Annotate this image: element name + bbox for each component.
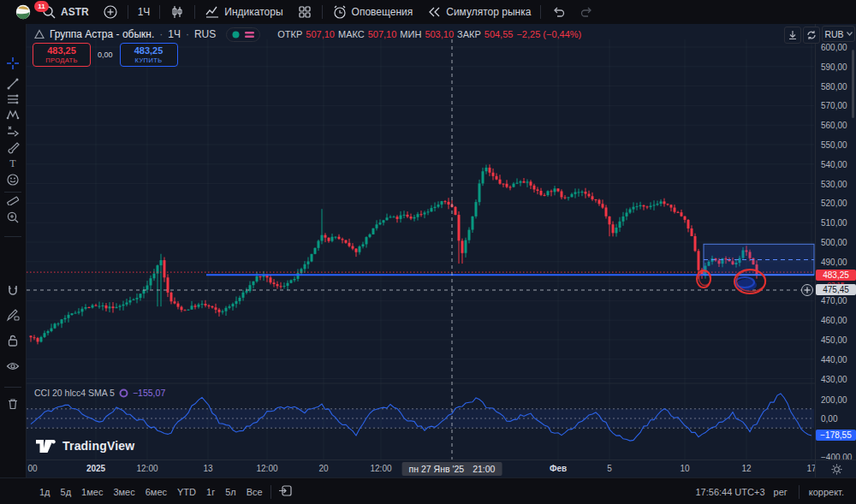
range-5л[interactable]: 5л — [220, 484, 241, 500]
price-scale-scrollbar[interactable] — [852, 50, 854, 118]
axis-settings-corner[interactable] — [815, 460, 856, 478]
price-tick: 540,00 — [821, 160, 847, 169]
buy-price: 483,25 — [134, 46, 163, 56]
adjustment-toggle[interactable]: коррект. — [809, 487, 844, 497]
interval-button[interactable]: 1Ч — [131, 2, 158, 22]
time-tick: 12:00 — [136, 464, 158, 473]
undo-button[interactable] — [544, 2, 573, 22]
range-1д[interactable]: 1д — [34, 484, 56, 500]
toolbar-separator — [194, 5, 195, 19]
redo-button[interactable] — [573, 2, 602, 22]
time-tick: Фев — [550, 464, 567, 473]
tool-magnet[interactable] — [3, 281, 23, 301]
close-label: ЗАКР — [457, 29, 481, 39]
interval-label: 1Ч — [138, 6, 151, 18]
session-toggle[interactable]: рег — [774, 487, 788, 497]
tool-draw-lock[interactable] — [3, 305, 23, 325]
toolbar-separator — [128, 5, 128, 19]
range-5д[interactable]: 5д — [56, 484, 77, 500]
xabcd-pattern-icon — [6, 108, 20, 122]
draw-lock-icon — [6, 308, 20, 322]
price-tick: 550,00 — [821, 140, 847, 150]
symbol-header: Группа Астра - обыкн. · 1Ч · RUS ОТКР507… — [34, 27, 581, 41]
ohlc-readout: ОТКР507,10 МАКС507,10 МИН503,10 ЗАКР504,… — [277, 29, 581, 39]
time-tick: 2025 — [86, 464, 105, 473]
high-value: 507,10 — [368, 29, 397, 39]
alerts-button[interactable]: Оповещения — [325, 2, 420, 22]
svg-text:T: T — [9, 157, 16, 169]
time-tick: 10 — [680, 464, 689, 473]
price-axis[interactable]: 600,00590,00580,00570,00560,00550,00540,… — [815, 24, 856, 460]
range-YTD[interactable]: YTD — [172, 484, 201, 500]
alarm-clock-icon — [332, 4, 348, 20]
tool-hide-drawings[interactable] — [3, 356, 23, 377]
range-6мес[interactable]: 6мес — [140, 484, 172, 500]
crosshair-time-label: пн 27 Янв '2521:00 — [402, 462, 502, 476]
change-value: −2,25 (−0,44%) — [516, 29, 581, 39]
magnet-icon — [6, 284, 20, 298]
open-label: ОТКР — [277, 29, 302, 39]
main-menu-logo[interactable] — [0, 2, 34, 22]
alerts-label: Оповещения — [352, 6, 413, 18]
time-tick: 00 — [27, 464, 37, 473]
market-status-pill[interactable] — [226, 27, 260, 42]
tool-trash[interactable] — [3, 394, 23, 414]
price-tick: 560,00 — [821, 121, 847, 130]
crosshair-date: пн 27 Янв '25 — [409, 464, 465, 474]
toolbar-separator — [4, 236, 21, 237]
range-3мес[interactable]: 3мес — [108, 484, 140, 500]
high-label: МАКС — [338, 29, 365, 39]
low-label: МИН — [400, 29, 421, 39]
symbol-interval[interactable]: 1Ч — [168, 28, 181, 40]
replay-label: Симулятор рынка — [446, 6, 531, 18]
indicator-legend[interactable]: CCI 20 hlcc4 SMA 5 −155,07 — [34, 388, 165, 398]
go-to-date-button[interactable] — [274, 483, 297, 501]
price-tick: 500,00 — [821, 238, 847, 247]
date-range-row: 1д5д1мес3мес6месYTD1г5лВсе — [34, 484, 268, 500]
indicator-templates-button[interactable] — [290, 2, 319, 22]
range-1мес[interactable]: 1мес — [76, 484, 108, 500]
bottom-toolbar: 1д5д1мес3мес6месYTD1г5лВсе 17:56:44 UTC+… — [0, 477, 856, 504]
toolbar-separator — [322, 5, 323, 19]
compare-add-button[interactable] — [96, 2, 125, 22]
range-Все[interactable]: Все — [241, 484, 268, 500]
tool-lock-all[interactable] — [3, 330, 23, 351]
symbol-title[interactable]: Группа Астра - обыкн. — [50, 28, 154, 40]
tool-zoom-in[interactable] — [3, 207, 23, 228]
indicator-name[interactable]: CCI 20 hlcc4 SMA 5 — [34, 388, 115, 398]
symbol-search-text: ASTR — [61, 6, 89, 18]
price-tick: 590,00 — [821, 62, 847, 72]
sell-button[interactable]: 483,25 ПРОДАТЬ — [33, 43, 91, 67]
tool-crosshair[interactable] — [3, 53, 23, 74]
buy-label: КУПИТЬ — [135, 57, 163, 64]
range-1г[interactable]: 1г — [201, 484, 220, 500]
price-tick: 600,00 — [821, 43, 847, 52]
tradingview-logo[interactable]: TradingView — [36, 439, 134, 453]
chart-style-button[interactable] — [163, 2, 192, 22]
time-tick: 12:00 — [370, 464, 391, 473]
reset-chart-button[interactable] — [803, 27, 820, 44]
replay-button[interactable]: Симулятор рынка — [419, 2, 538, 22]
brush-icon — [6, 140, 20, 154]
notification-badge[interactable]: 11 — [34, 1, 49, 12]
currency-dropdown[interactable]: RUB — [822, 26, 855, 42]
price-tick: 430,00 — [821, 375, 847, 384]
price-tick: 510,00 — [821, 218, 847, 228]
load-chart-button[interactable] — [784, 27, 801, 44]
toolbar-separator — [159, 5, 160, 19]
trade-panel: 483,25 ПРОДАТЬ 0,00 483,25 КУПИТЬ — [33, 43, 178, 67]
indicators-button[interactable]: Индикаторы — [198, 2, 289, 22]
tool-ruler[interactable] — [3, 188, 23, 209]
tool-emoji[interactable] — [3, 169, 23, 190]
zoom-in-icon — [6, 210, 20, 224]
chart-canvas[interactable] — [26, 24, 856, 477]
cci-last-value-label: −178,55 — [816, 430, 856, 441]
open-value: 507,10 — [306, 29, 335, 39]
dot-separator: · — [186, 28, 189, 40]
clock[interactable]: 17:56:44 UTC+3 — [696, 487, 765, 497]
symbol-exchange: RUS — [194, 28, 216, 40]
app-logo-icon — [15, 4, 31, 20]
time-axis[interactable]: 00202512:001312:002012:00Фев5101217пн 27… — [26, 460, 815, 478]
buy-button[interactable]: 483,25 КУПИТЬ — [120, 43, 178, 67]
toolbar-separator — [270, 485, 271, 499]
